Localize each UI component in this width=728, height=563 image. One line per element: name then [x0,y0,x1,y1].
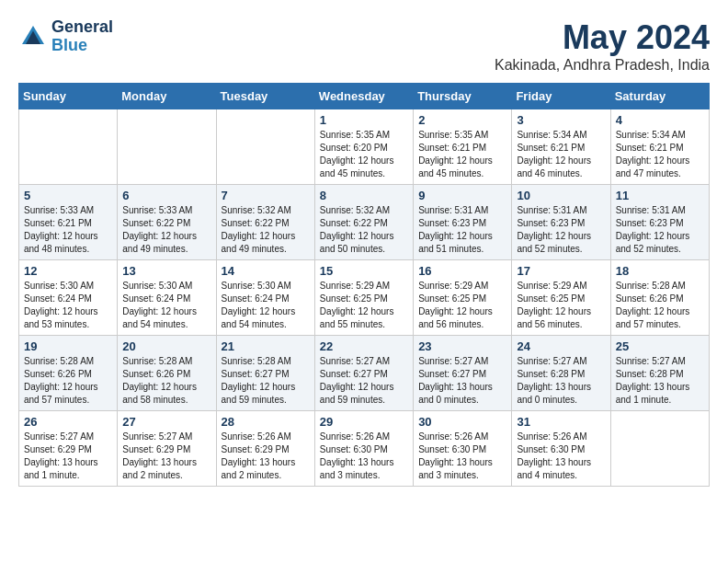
day-info: Sunrise: 5:27 AM Sunset: 6:29 PM Dayligh… [24,431,112,482]
calendar-cell [19,109,118,185]
day-info: Sunrise: 5:27 AM Sunset: 6:29 PM Dayligh… [122,431,210,482]
location: Kakinada, Andhra Pradesh, India [495,57,710,74]
calendar-cell: 11Sunrise: 5:31 AM Sunset: 6:23 PM Dayli… [610,185,709,260]
day-number: 24 [517,339,605,353]
day-info: Sunrise: 5:30 AM Sunset: 6:24 PM Dayligh… [222,280,310,331]
logo-text: General Blue [51,18,113,55]
day-number: 31 [517,415,605,429]
day-info: Sunrise: 5:30 AM Sunset: 6:24 PM Dayligh… [122,280,210,331]
day-info: Sunrise: 5:29 AM Sunset: 6:25 PM Dayligh… [517,280,605,331]
day-number: 21 [222,339,310,353]
weekday-header: Sunday [19,84,118,109]
day-info: Sunrise: 5:28 AM Sunset: 6:27 PM Dayligh… [222,355,310,407]
day-number: 4 [616,113,704,127]
calendar-cell: 18Sunrise: 5:28 AM Sunset: 6:26 PM Dayli… [610,260,709,336]
calendar-week-row: 5Sunrise: 5:33 AM Sunset: 6:21 PM Daylig… [19,185,710,260]
calendar-cell: 22Sunrise: 5:27 AM Sunset: 6:27 PM Dayli… [314,336,413,411]
calendar-week-row: 19Sunrise: 5:28 AM Sunset: 6:26 PM Dayli… [19,336,710,411]
day-number: 5 [24,189,112,202]
day-number: 20 [122,339,210,353]
day-info: Sunrise: 5:32 AM Sunset: 6:22 PM Dayligh… [222,204,310,256]
calendar-cell: 1Sunrise: 5:35 AM Sunset: 6:20 PM Daylig… [314,109,413,185]
day-number: 10 [517,189,605,202]
day-number: 18 [616,264,704,278]
day-number: 30 [418,415,506,429]
weekday-header: Friday [512,84,610,109]
calendar-cell [118,109,216,185]
weekday-header: Monday [118,84,216,109]
calendar-cell: 31Sunrise: 5:26 AM Sunset: 6:30 PM Dayli… [512,411,610,487]
calendar-cell: 25Sunrise: 5:27 AM Sunset: 6:28 PM Dayli… [610,336,709,411]
calendar-cell: 20Sunrise: 5:28 AM Sunset: 6:26 PM Dayli… [118,336,216,411]
day-number: 19 [24,339,112,353]
logo-icon [18,22,48,52]
day-number: 15 [320,264,408,278]
calendar-cell: 7Sunrise: 5:32 AM Sunset: 6:22 PM Daylig… [216,185,314,260]
day-info: Sunrise: 5:29 AM Sunset: 6:25 PM Dayligh… [320,280,408,331]
calendar-table: SundayMondayTuesdayWednesdayThursdayFrid… [18,83,710,487]
calendar-cell: 15Sunrise: 5:29 AM Sunset: 6:25 PM Dayli… [314,260,413,336]
day-number: 1 [320,113,408,127]
day-number: 25 [616,339,704,353]
calendar-cell: 4Sunrise: 5:34 AM Sunset: 6:21 PM Daylig… [610,109,709,185]
day-info: Sunrise: 5:31 AM Sunset: 6:23 PM Dayligh… [418,204,506,256]
calendar-cell: 23Sunrise: 5:27 AM Sunset: 6:27 PM Dayli… [414,336,512,411]
day-number: 2 [418,113,506,127]
day-info: Sunrise: 5:32 AM Sunset: 6:22 PM Dayligh… [320,204,408,256]
day-info: Sunrise: 5:35 AM Sunset: 6:20 PM Dayligh… [320,129,408,180]
calendar-week-row: 1Sunrise: 5:35 AM Sunset: 6:20 PM Daylig… [19,109,710,185]
day-info: Sunrise: 5:35 AM Sunset: 6:21 PM Dayligh… [418,129,506,180]
calendar-cell: 6Sunrise: 5:33 AM Sunset: 6:22 PM Daylig… [118,185,216,260]
day-number: 27 [122,415,210,429]
calendar-cell [610,411,709,487]
day-info: Sunrise: 5:28 AM Sunset: 6:26 PM Dayligh… [616,280,704,331]
day-info: Sunrise: 5:30 AM Sunset: 6:24 PM Dayligh… [24,280,112,331]
calendar-week-row: 12Sunrise: 5:30 AM Sunset: 6:24 PM Dayli… [19,260,710,336]
day-info: Sunrise: 5:26 AM Sunset: 6:29 PM Dayligh… [222,431,310,482]
day-number: 26 [24,415,112,429]
day-number: 22 [320,339,408,353]
day-number: 12 [24,264,112,278]
day-number: 14 [222,264,310,278]
weekday-row: SundayMondayTuesdayWednesdayThursdayFrid… [19,84,710,109]
day-info: Sunrise: 5:33 AM Sunset: 6:21 PM Dayligh… [24,204,112,256]
calendar-cell: 12Sunrise: 5:30 AM Sunset: 6:24 PM Dayli… [19,260,118,336]
calendar-body: 1Sunrise: 5:35 AM Sunset: 6:20 PM Daylig… [19,109,710,487]
calendar-cell [216,109,314,185]
calendar-cell: 9Sunrise: 5:31 AM Sunset: 6:23 PM Daylig… [414,185,512,260]
day-number: 3 [517,113,605,127]
calendar-header: SundayMondayTuesdayWednesdayThursdayFrid… [19,84,710,109]
day-info: Sunrise: 5:29 AM Sunset: 6:25 PM Dayligh… [418,280,506,331]
day-info: Sunrise: 5:33 AM Sunset: 6:22 PM Dayligh… [122,204,210,256]
page-header: General Blue May 2024 Kakinada, Andhra P… [18,18,710,74]
calendar-cell: 21Sunrise: 5:28 AM Sunset: 6:27 PM Dayli… [216,336,314,411]
calendar-cell: 8Sunrise: 5:32 AM Sunset: 6:22 PM Daylig… [314,185,413,260]
day-info: Sunrise: 5:27 AM Sunset: 6:27 PM Dayligh… [418,355,506,407]
day-info: Sunrise: 5:26 AM Sunset: 6:30 PM Dayligh… [418,431,506,482]
day-number: 29 [320,415,408,429]
day-number: 8 [320,189,408,202]
day-number: 11 [616,189,704,202]
calendar-cell: 30Sunrise: 5:26 AM Sunset: 6:30 PM Dayli… [414,411,512,487]
title-block: May 2024 Kakinada, Andhra Pradesh, India [495,18,710,74]
calendar-cell: 3Sunrise: 5:34 AM Sunset: 6:21 PM Daylig… [512,109,610,185]
day-number: 9 [418,189,506,202]
day-info: Sunrise: 5:31 AM Sunset: 6:23 PM Dayligh… [517,204,605,256]
day-info: Sunrise: 5:27 AM Sunset: 6:27 PM Dayligh… [320,355,408,407]
day-number: 16 [418,264,506,278]
calendar-cell: 24Sunrise: 5:27 AM Sunset: 6:28 PM Dayli… [512,336,610,411]
calendar-cell: 16Sunrise: 5:29 AM Sunset: 6:25 PM Dayli… [414,260,512,336]
day-number: 13 [122,264,210,278]
calendar-cell: 28Sunrise: 5:26 AM Sunset: 6:29 PM Dayli… [216,411,314,487]
day-number: 23 [418,339,506,353]
day-info: Sunrise: 5:28 AM Sunset: 6:26 PM Dayligh… [24,355,112,407]
day-info: Sunrise: 5:27 AM Sunset: 6:28 PM Dayligh… [616,355,704,407]
logo: General Blue [18,18,113,55]
day-number: 17 [517,264,605,278]
day-info: Sunrise: 5:26 AM Sunset: 6:30 PM Dayligh… [320,431,408,482]
calendar-cell: 27Sunrise: 5:27 AM Sunset: 6:29 PM Dayli… [118,411,216,487]
day-info: Sunrise: 5:28 AM Sunset: 6:26 PM Dayligh… [122,355,210,407]
day-number: 7 [222,189,310,202]
calendar-cell: 29Sunrise: 5:26 AM Sunset: 6:30 PM Dayli… [314,411,413,487]
calendar-cell: 13Sunrise: 5:30 AM Sunset: 6:24 PM Dayli… [118,260,216,336]
